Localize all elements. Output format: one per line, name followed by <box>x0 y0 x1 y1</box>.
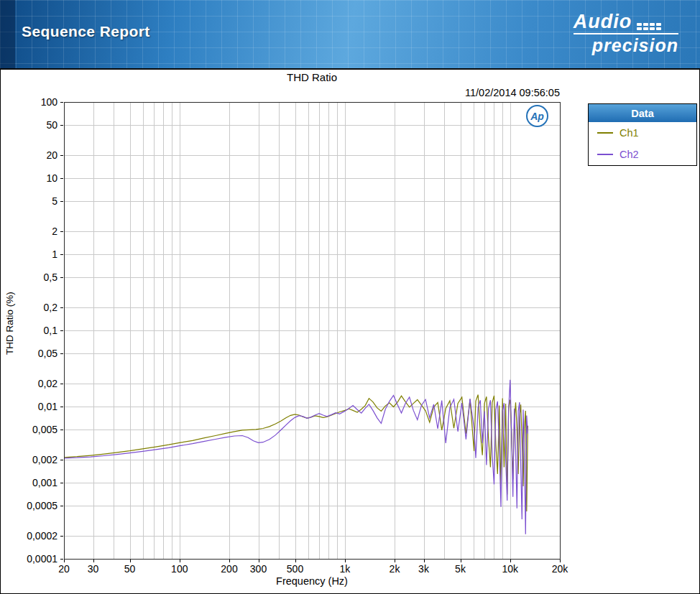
y-tick-label: 0,005 <box>32 424 57 435</box>
logo-word-audio: Audio <box>574 12 632 32</box>
x-tick-label: 200 <box>221 563 238 575</box>
y-tick-labels: 1005020105210,50,20,10,050,020,010,0050,… <box>27 96 57 565</box>
y-tick-label: 0,2 <box>44 302 58 313</box>
x-tick-labels: 2030501002003005001k2k3k5k10k20k <box>58 563 568 575</box>
header-left-strip <box>0 0 15 68</box>
y-tick-label: 50 <box>46 119 57 131</box>
y-tick-label: 0,5 <box>44 272 58 283</box>
logo-bars-icon <box>637 23 661 30</box>
y-tick-label: 0,002 <box>32 454 57 465</box>
chart-title: THD Ratio <box>64 71 560 83</box>
legend-title: Data <box>589 104 696 122</box>
y-tick-label: 0,1 <box>44 325 58 336</box>
report-area: 2030501002003005001k2k3k5k10k20k10050201… <box>0 70 700 594</box>
legend-body: Ch1Ch2 <box>589 122 696 165</box>
x-tick-label: 3k <box>418 563 430 575</box>
x-tick-label: 100 <box>171 563 188 575</box>
x-axis-label: Frequency (Hz) <box>64 575 560 587</box>
y-tick-label: 0,0002 <box>27 530 57 542</box>
y-tick-label: 10 <box>46 172 57 184</box>
y-tick-label: 0,0005 <box>27 500 57 511</box>
y-tick-label: 0,01 <box>38 401 57 412</box>
y-tick-label: 5 <box>52 195 57 207</box>
legend-item-ch1[interactable]: Ch1 <box>589 122 696 144</box>
legend-label: Ch2 <box>620 149 639 160</box>
audio-precision-logo: Audio precision <box>574 12 678 56</box>
x-tick-label: 300 <box>250 563 267 575</box>
y-axis-label: THD Ratio (%) <box>4 269 16 377</box>
x-tick-label: 5k <box>455 563 466 575</box>
report-header-title: Sequence Report <box>22 23 150 40</box>
y-tick-label: 100 <box>41 96 58 108</box>
y-gridlines <box>64 126 560 537</box>
x-tick-label: 20 <box>58 563 70 575</box>
chart-timestamp: 11/02/2014 09:56:05 <box>64 87 560 98</box>
legend-swatch-ch1 <box>597 132 613 134</box>
header-banner: Sequence Report Audio precision <box>0 0 700 70</box>
sequence-report-window: { "header": { "title": "Sequence Report"… <box>0 0 700 594</box>
y-tick-label: 0,001 <box>32 477 57 488</box>
x-tick-label: 2k <box>390 563 401 575</box>
legend-label: Ch1 <box>620 127 639 139</box>
x-tick-label: 50 <box>124 563 136 575</box>
x-tick-label: 20k <box>552 563 569 575</box>
x-tick-label: 500 <box>287 563 304 575</box>
y-tick-label: 20 <box>46 149 57 161</box>
y-tick-label: 0,0001 <box>27 553 57 565</box>
logo-word-precision: precision <box>574 34 678 56</box>
y-tick-label: 2 <box>52 226 57 237</box>
legend-swatch-ch2 <box>597 154 613 155</box>
legend-item-ch2[interactable]: Ch2 <box>589 144 696 165</box>
y-tick-label: 0,02 <box>38 378 57 389</box>
axis-ticks <box>60 103 561 563</box>
y-tick-label: 0,05 <box>38 348 57 359</box>
x-tick-label: 10k <box>502 563 520 575</box>
x-tick-label: 30 <box>88 563 99 575</box>
legend-panel: Data Ch1Ch2 <box>588 103 697 166</box>
x-tick-label: 1k <box>339 563 351 575</box>
logo-top-row: Audio <box>574 12 678 34</box>
ap-logo-icon: Ap <box>526 105 548 127</box>
y-tick-label: 1 <box>52 249 57 260</box>
